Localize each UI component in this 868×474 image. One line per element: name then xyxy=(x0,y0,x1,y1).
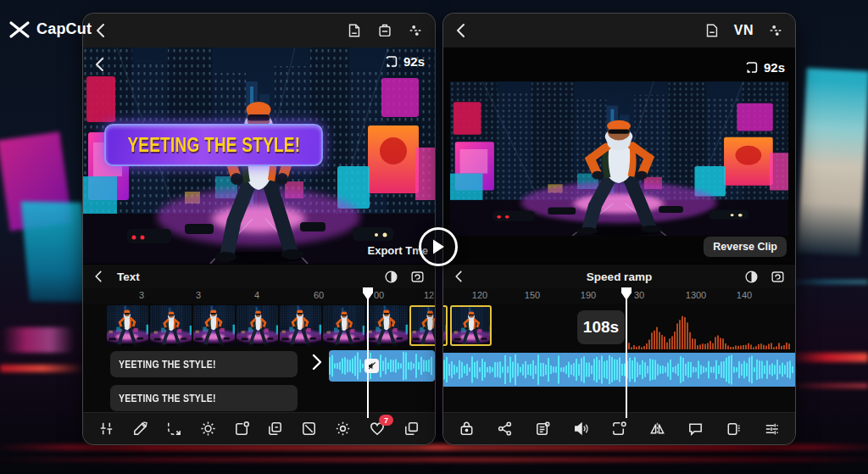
timeline-tracks[interactable]: YEETING THE STYLE! YEETING THE STYLE! xyxy=(83,304,435,412)
caption-banner-text: YEETING THE STYLE! xyxy=(127,134,300,157)
video-thumbnail-selected[interactable] xyxy=(450,305,492,346)
timeline-tracks[interactable]: 108s xyxy=(443,304,795,412)
volume-icon[interactable] xyxy=(572,420,590,438)
capcut-panel: 92s YEETING THE STYLE! Export Tme Text 3… xyxy=(82,13,436,445)
video-thumbnail[interactable] xyxy=(366,305,408,346)
frame-icon[interactable] xyxy=(610,420,628,438)
trim-icon xyxy=(744,60,759,75)
capcut-toolbar: 7 xyxy=(83,412,435,444)
tab-title: Text xyxy=(117,270,140,283)
bg-light-trail xyxy=(0,458,868,461)
contrast-icon[interactable] xyxy=(744,270,759,284)
video-thumbnail[interactable] xyxy=(150,305,192,346)
tab-back-button[interactable] xyxy=(93,270,107,283)
text-clip[interactable]: YEETING THE STYLE! xyxy=(110,385,298,411)
vn-panel: VN 92s Reverse Clip Speed ramp xyxy=(442,13,796,445)
capcut-top-bar xyxy=(83,14,435,47)
audio-clip[interactable] xyxy=(443,353,795,387)
ruler-tick: 30 xyxy=(634,290,644,300)
audio-waveform xyxy=(329,350,435,382)
screen-rotate-icon[interactable] xyxy=(410,270,425,284)
brightness-icon[interactable] xyxy=(199,420,217,438)
captions-icon[interactable] xyxy=(534,420,552,438)
capcut-video-preview[interactable]: 92s YEETING THE STYLE! Export Tme xyxy=(83,47,435,264)
mask-icon[interactable] xyxy=(300,420,318,438)
screen-rotate-icon[interactable] xyxy=(771,270,785,284)
layers-icon[interactable] xyxy=(403,420,420,438)
duplicate-icon[interactable] xyxy=(266,420,284,438)
contrast-icon[interactable] xyxy=(384,270,398,284)
sticker-time-icon[interactable] xyxy=(233,420,251,438)
ruler-tick: 60 xyxy=(314,290,324,300)
divide-settings-icon[interactable] xyxy=(407,22,424,39)
play-button[interactable] xyxy=(419,227,458,266)
flip-mirror-icon[interactable] xyxy=(648,420,666,438)
speed-waveform xyxy=(628,314,791,349)
lock-icon[interactable] xyxy=(458,420,476,438)
preview-back-button[interactable] xyxy=(93,56,110,75)
crop-arrow-icon[interactable] xyxy=(165,420,183,438)
capcut-logo-text: CapCut xyxy=(36,20,92,38)
duration-value: 92s xyxy=(764,60,785,75)
comment-bubble-icon[interactable] xyxy=(687,420,704,438)
video-thumbnail-selected[interactable] xyxy=(409,305,435,346)
vn-toolbar xyxy=(443,412,795,444)
tab-back-button[interactable] xyxy=(453,270,467,283)
favorite-heart-icon[interactable]: 7 xyxy=(368,420,387,438)
capcut-brand: CapCut xyxy=(8,20,92,38)
file-icon[interactable] xyxy=(346,22,363,39)
ruler-tick: 150 xyxy=(525,290,540,300)
file-icon[interactable] xyxy=(704,22,721,39)
video-thumbnail[interactable] xyxy=(107,305,148,346)
bg-light-trail xyxy=(787,353,868,362)
text-clip-label: YEETING THE STYLE! xyxy=(119,392,216,404)
divide-settings-icon[interactable] xyxy=(767,22,784,39)
clipboard-icon[interactable] xyxy=(376,22,393,39)
edit-pencil-icon[interactable] xyxy=(131,420,149,438)
text-clip[interactable]: YEETING THE STYLE! xyxy=(110,351,298,377)
duration-value: 92s xyxy=(403,54,425,69)
text-clip-label: YEETING THE STYLE! xyxy=(119,358,216,371)
back-button[interactable] xyxy=(94,22,111,39)
share-icon[interactable] xyxy=(496,420,514,438)
ruler-tick: 12 xyxy=(424,290,434,300)
video-thumbnail[interactable] xyxy=(323,305,364,346)
ruler-tick: 190 xyxy=(581,290,596,300)
bg-light-trail xyxy=(787,383,868,388)
playhead[interactable] xyxy=(626,289,627,418)
playhead[interactable] xyxy=(367,289,369,418)
timeline-ruler[interactable]: 120 150 190 30 1300 140 xyxy=(443,288,795,304)
bg-neon-sign xyxy=(2,327,75,353)
bg-light-trail xyxy=(0,365,85,372)
adjust-icon[interactable] xyxy=(97,420,115,438)
play-icon xyxy=(431,238,446,255)
ruler-tick: 3 xyxy=(139,290,144,300)
glow-icon[interactable] xyxy=(334,420,352,438)
ruler-tick: 1300 xyxy=(686,290,706,300)
video-thumbnail-selected[interactable] xyxy=(443,305,448,346)
ruler-tick: 120 xyxy=(472,290,487,300)
settings-list-icon[interactable] xyxy=(763,420,781,438)
expand-chevron-icon[interactable] xyxy=(310,352,324,375)
vn-tab-bar: Speed ramp xyxy=(443,264,795,288)
audio-clip[interactable] xyxy=(329,350,435,382)
bg-billboard-right xyxy=(797,68,868,256)
video-thumbnail[interactable] xyxy=(193,305,235,346)
timeline-ruler[interactable]: 3 3 4 60 00 12 xyxy=(83,288,435,304)
audio-waveform xyxy=(443,353,795,387)
bg-billboard-cyan xyxy=(21,202,92,303)
video-thumbnail[interactable] xyxy=(236,305,278,346)
capcut-tab-bar: Text xyxy=(83,264,435,288)
back-button[interactable] xyxy=(454,22,471,39)
duration-badge[interactable]: 92s xyxy=(384,54,425,69)
reverse-clip-button[interactable]: Reverse Clip xyxy=(704,237,787,257)
3d-icon[interactable] xyxy=(725,420,743,438)
tab-title: Speed ramp xyxy=(443,270,795,283)
vn-video-preview[interactable]: 92s Reverse Clip xyxy=(443,47,795,264)
ruler-tick: 00 xyxy=(374,290,384,300)
video-thumbnail[interactable] xyxy=(280,305,321,346)
caption-banner[interactable]: YEETING THE STYLE! xyxy=(104,124,323,166)
vn-top-bar: VN xyxy=(443,14,795,47)
duration-badge[interactable]: 92s xyxy=(744,60,785,75)
capcut-logo-icon xyxy=(8,21,31,38)
